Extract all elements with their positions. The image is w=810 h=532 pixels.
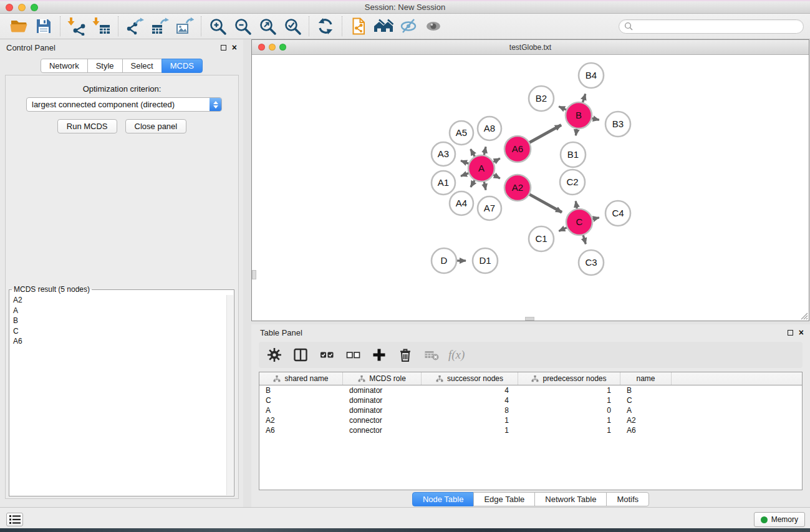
delete-table-button[interactable] [421, 344, 442, 365]
table-row[interactable]: Bdominator41B [259, 385, 802, 395]
open-file-button[interactable] [6, 15, 31, 37]
graph-node-C1[interactable]: C1 [529, 226, 554, 251]
graph-node-A1[interactable]: A1 [432, 171, 455, 195]
table-cell[interactable]: 1 [518, 415, 620, 425]
deselect-all-columns-button[interactable] [342, 344, 364, 365]
zoom-fit-button[interactable] [255, 15, 280, 37]
table-cell[interactable]: 1 [422, 415, 518, 425]
search-input[interactable] [633, 22, 798, 31]
table-cell[interactable]: A2 [259, 415, 343, 425]
table-cell[interactable]: A [259, 405, 343, 415]
tab-network-table[interactable]: Network Table [534, 492, 607, 506]
horizontal-scroll-nub[interactable] [525, 317, 534, 321]
hide-selected-button[interactable] [396, 15, 421, 37]
table-cell[interactable]: dominator [343, 405, 422, 415]
graph-node-B[interactable]: B [566, 102, 592, 128]
table-cell[interactable]: 0 [518, 405, 620, 415]
zoom-out-button[interactable] [230, 15, 255, 37]
export-table-button[interactable] [147, 15, 172, 37]
graph-node-B3[interactable]: B3 [605, 112, 630, 137]
table-cell[interactable]: connector [343, 425, 422, 435]
table-row[interactable]: A6connector11A6 [259, 425, 802, 435]
column-header-mcds-role[interactable]: MCDS role [343, 372, 422, 385]
vertical-scroll-nub[interactable] [252, 270, 256, 279]
table-settings-button[interactable] [264, 344, 285, 365]
export-image-button[interactable] [172, 15, 197, 37]
import-network-button[interactable] [64, 15, 89, 37]
graph-node-C3[interactable]: C3 [579, 250, 604, 275]
table-cell[interactable]: 4 [422, 395, 518, 405]
float-panel-icon[interactable] [221, 45, 226, 51]
close-table-panel-icon[interactable]: × [799, 329, 804, 336]
resize-grip[interactable] [800, 312, 808, 320]
column-header-name[interactable]: name [620, 372, 672, 385]
graph-node-A[interactable]: A [468, 155, 494, 181]
table-cell[interactable]: connector [343, 415, 422, 425]
add-column-button[interactable] [369, 344, 390, 365]
delete-column-button[interactable] [395, 344, 416, 365]
show-all-button[interactable] [421, 15, 446, 37]
table-cell[interactable]: 1 [518, 395, 620, 405]
graph-node-A4[interactable]: A4 [450, 191, 473, 215]
mcds-result-item[interactable]: B [10, 316, 226, 326]
graph-node-C[interactable]: C [566, 209, 592, 235]
mcds-result-item[interactable]: C [10, 326, 226, 337]
graph-node-B1[interactable]: B1 [561, 142, 586, 167]
function-builder-button[interactable]: f(x) [448, 348, 465, 362]
graph-edge-A2-C[interactable] [528, 193, 562, 212]
mcds-result-item[interactable]: A [10, 306, 226, 316]
mcds-result-item[interactable]: A6 [10, 336, 226, 347]
table-cell[interactable]: 4 [422, 385, 518, 395]
graph-node-A3[interactable]: A3 [432, 142, 455, 166]
graph-node-B2[interactable]: B2 [529, 86, 554, 111]
column-header-shared-name[interactable]: shared name [259, 372, 343, 385]
task-history-button[interactable] [6, 513, 23, 526]
table-cell[interactable]: B [259, 385, 343, 395]
table-cell[interactable]: 8 [422, 405, 518, 415]
table-cell[interactable]: dominator [343, 395, 422, 405]
graph-node-A7[interactable]: A7 [478, 196, 501, 220]
table-cell[interactable]: dominator [343, 385, 422, 395]
table-row[interactable]: Cdominator41C [259, 395, 802, 405]
mcds-result-item[interactable]: A2 [10, 295, 226, 306]
zoom-in-button[interactable] [205, 15, 230, 37]
column-header-successor-nodes[interactable]: successor nodes [422, 372, 518, 385]
column-header-predecessor-nodes[interactable]: predecessor nodes [518, 372, 620, 385]
network-from-document-button[interactable] [346, 15, 371, 37]
table-cell[interactable]: B [620, 385, 672, 395]
select-all-columns-button[interactable] [316, 344, 337, 365]
graph-node-C2[interactable]: C2 [560, 170, 585, 195]
graph-node-D1[interactable]: D1 [473, 248, 498, 273]
table-row[interactable]: A2connector11A2 [259, 415, 802, 425]
tab-mcds[interactable]: MCDS [162, 59, 203, 73]
graph-node-D[interactable]: D [432, 248, 456, 273]
table-row[interactable]: Adominator80A [259, 405, 802, 415]
run-mcds-button[interactable]: Run MCDS [57, 119, 117, 133]
refresh-layout-button[interactable] [313, 15, 338, 37]
zoom-selected-button[interactable] [280, 15, 305, 37]
table-cell[interactable]: C [620, 395, 672, 405]
graph-node-B4[interactable]: B4 [579, 63, 604, 88]
close-panel-button[interactable]: Close panel [125, 119, 187, 133]
tab-node-table[interactable]: Node Table [412, 492, 475, 506]
table-cell[interactable]: 1 [518, 425, 620, 435]
tab-motifs[interactable]: Motifs [606, 492, 649, 506]
mcds-list-scrollbar[interactable] [226, 295, 233, 495]
tab-edge-table[interactable]: Edge Table [473, 492, 535, 506]
tab-select[interactable]: Select [122, 59, 162, 73]
graph-node-A5[interactable]: A5 [450, 121, 473, 145]
import-table-button[interactable] [89, 15, 114, 37]
table-cell[interactable]: 1 [422, 425, 518, 435]
graph-node-A6[interactable]: A6 [504, 136, 531, 162]
table-cell[interactable]: C [259, 395, 343, 405]
graph-edge-A6-B[interactable] [528, 125, 561, 143]
table-cell[interactable]: 1 [518, 385, 620, 395]
close-panel-icon[interactable]: × [232, 44, 237, 51]
table-cell[interactable]: A6 [259, 425, 343, 435]
show-columns-button[interactable] [290, 344, 311, 365]
memory-button[interactable]: Memory [754, 512, 805, 527]
table-cell[interactable]: A6 [620, 425, 672, 435]
graph-node-A2[interactable]: A2 [504, 175, 531, 201]
first-neighbors-button[interactable] [371, 15, 396, 37]
table-cell[interactable]: A [620, 405, 672, 415]
